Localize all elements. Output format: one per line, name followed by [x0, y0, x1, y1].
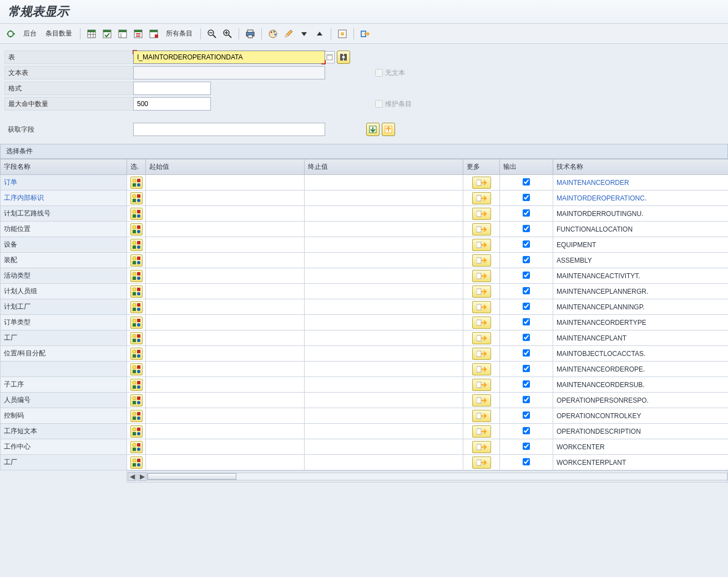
grid-icon-1[interactable] [85, 28, 98, 40]
col-from[interactable]: 起始值 [146, 159, 305, 175]
output-checkbox[interactable] [523, 396, 530, 403]
output-checkbox[interactable] [523, 240, 530, 248]
output-checkbox[interactable] [523, 209, 530, 217]
search-help-button[interactable] [337, 51, 350, 64]
field-name-cell[interactable]: 订单 [1, 175, 127, 190]
from-value-input[interactable] [146, 315, 304, 330]
more-options-button[interactable] [472, 270, 491, 282]
from-value-input[interactable] [146, 253, 304, 268]
arrow-up-icon[interactable] [313, 28, 326, 40]
all-entries-button[interactable]: 所有条目 [163, 29, 196, 38]
from-value-input[interactable] [146, 284, 304, 299]
more-options-button[interactable] [472, 239, 491, 251]
from-value-input[interactable] [146, 455, 304, 470]
to-value-input[interactable] [305, 330, 463, 345]
output-checkbox[interactable] [523, 427, 530, 434]
maxhits-input[interactable] [133, 97, 211, 111]
tech-name-cell[interactable]: MAINTENANCEORDER [553, 175, 729, 190]
scroll-right-icon[interactable]: ▶ [138, 472, 146, 481]
settings-icon[interactable] [336, 28, 349, 40]
select-option-button[interactable] [130, 239, 143, 251]
to-value-input[interactable] [305, 377, 463, 392]
to-value-input[interactable] [305, 439, 463, 454]
more-options-button[interactable] [472, 441, 491, 453]
from-value-input[interactable] [146, 190, 304, 205]
more-options-button[interactable] [472, 379, 491, 391]
get-fields-input[interactable] [133, 123, 325, 136]
print-icon[interactable] [244, 28, 257, 40]
output-checkbox[interactable] [523, 287, 530, 294]
to-value-input[interactable] [305, 315, 463, 330]
zoom-out-icon[interactable] [205, 28, 219, 40]
col-tech[interactable]: 技术名称 [553, 159, 729, 175]
output-checkbox[interactable] [523, 318, 530, 325]
to-value-input[interactable] [305, 362, 463, 377]
zoom-in-icon[interactable] [221, 28, 234, 40]
select-option-button[interactable] [130, 348, 143, 360]
col-select[interactable]: 选. [127, 159, 146, 175]
to-value-input[interactable] [305, 268, 463, 283]
select-option-button[interactable] [130, 285, 143, 298]
tech-name-cell[interactable]: MAINTORDEROPERATIONC. [553, 190, 729, 206]
execute-icon[interactable] [4, 28, 18, 40]
output-checkbox[interactable] [523, 334, 530, 341]
select-option-button[interactable] [130, 301, 143, 313]
more-options-button[interactable] [472, 348, 491, 360]
background-button[interactable]: 后台 [20, 29, 40, 38]
more-options-button[interactable] [472, 254, 491, 267]
select-option-button[interactable] [130, 410, 143, 422]
col-output[interactable]: 输出 [500, 159, 553, 175]
import-fields-button[interactable] [366, 123, 380, 136]
more-options-button[interactable] [472, 285, 491, 298]
output-checkbox[interactable] [523, 194, 530, 201]
more-options-button[interactable] [472, 223, 491, 235]
select-option-button[interactable] [130, 394, 143, 407]
scroll-left-icon[interactable]: ◀ [128, 472, 136, 481]
from-value-input[interactable] [146, 222, 304, 237]
select-option-button[interactable] [130, 363, 143, 375]
from-value-input[interactable] [146, 206, 304, 221]
exit-icon[interactable] [358, 28, 372, 40]
select-option-button[interactable] [130, 223, 143, 235]
from-value-input[interactable] [146, 268, 304, 283]
output-checkbox[interactable] [523, 412, 530, 419]
to-value-input[interactable] [305, 393, 463, 408]
output-checkbox[interactable] [523, 365, 530, 372]
more-options-button[interactable] [472, 177, 491, 189]
more-options-button[interactable] [472, 208, 491, 220]
to-value-input[interactable] [305, 190, 463, 205]
more-options-button[interactable] [472, 363, 491, 375]
select-option-button[interactable] [130, 208, 143, 220]
output-checkbox[interactable] [523, 256, 530, 263]
to-value-input[interactable] [305, 299, 463, 314]
from-value-input[interactable] [146, 299, 304, 314]
select-option-button[interactable] [130, 456, 143, 469]
field-name-cell[interactable]: 工序内部标识 [1, 190, 127, 206]
from-value-input[interactable] [146, 424, 304, 439]
grid-icon-4[interactable] [132, 28, 145, 40]
select-option-button[interactable] [130, 379, 143, 391]
col-to[interactable]: 终止值 [305, 159, 463, 175]
more-options-button[interactable] [472, 410, 491, 422]
entries-count-button[interactable]: 条目数量 [42, 29, 75, 38]
col-more[interactable]: 更多 [463, 159, 500, 175]
select-option-button[interactable] [130, 192, 143, 204]
from-value-input[interactable] [146, 377, 304, 392]
to-value-input[interactable] [305, 408, 463, 423]
from-value-input[interactable] [146, 408, 304, 423]
from-value-input[interactable] [146, 393, 304, 408]
palette-icon[interactable] [266, 28, 280, 40]
to-value-input[interactable] [305, 253, 463, 268]
value-help-icon[interactable] [325, 51, 335, 63]
horizontal-scrollbar[interactable]: ◀ ▶ [127, 470, 728, 483]
to-value-input[interactable] [305, 175, 463, 190]
select-option-button[interactable] [130, 177, 143, 189]
table-input[interactable] [133, 51, 325, 64]
scroll-track[interactable] [147, 473, 727, 480]
more-options-button[interactable] [472, 394, 491, 407]
format-input[interactable] [133, 82, 211, 95]
more-options-button[interactable] [472, 332, 491, 344]
output-checkbox[interactable] [523, 178, 530, 185]
select-option-button[interactable] [130, 254, 143, 267]
grid-icon-2[interactable] [100, 28, 114, 40]
